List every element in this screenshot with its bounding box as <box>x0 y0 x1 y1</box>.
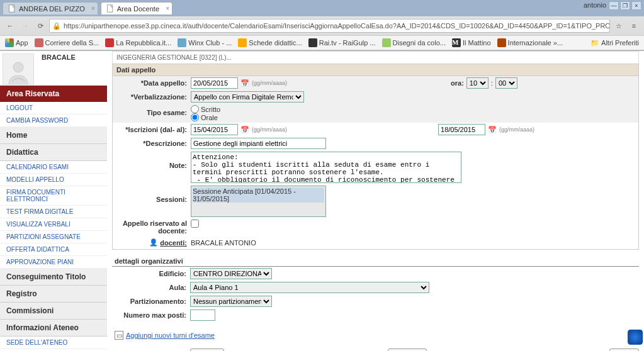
bookmark-icon <box>35 38 43 47</box>
select-ora-h[interactable]: 10 <box>466 77 489 89</box>
link-firma-documenti[interactable]: FIRMA DOCUMENTI ELETTRONICI <box>0 186 107 206</box>
sessione-option[interactable]: Sessione Anticipata [01/04/2015 - 31/05/… <box>193 187 324 203</box>
tab-2-label: Area Docente <box>117 5 159 13</box>
bookmark-other[interactable]: 📁Altri Preferiti <box>590 39 639 47</box>
label-edificio: Edificio: <box>115 270 190 277</box>
bookmark-6[interactable]: MIl Mattino <box>452 38 491 47</box>
bookmark-icon <box>382 38 391 47</box>
link-offerta-didattica[interactable]: OFFERTA DIDATTICA <box>0 243 107 256</box>
bookmark-1[interactable]: La Repubblica.it... <box>105 38 171 47</box>
input-max-posti[interactable] <box>190 309 215 321</box>
input-iscrizioni-dal[interactable] <box>191 124 238 135</box>
bookmark-icon: M <box>452 38 461 47</box>
bookmark-apps[interactable]: App <box>5 38 28 47</box>
link-docenti[interactable]: docenti: <box>160 239 187 247</box>
section-dati-appello: Dati appello <box>112 64 639 76</box>
label-verbalizzazione: Verbalizzazione: <box>115 93 191 101</box>
link-modelli-appello[interactable]: MODELLI APPELLO <box>0 174 107 186</box>
bookmark-star-icon[interactable]: ☆ <box>613 20 625 32</box>
section-info-ateneo[interactable]: Informazioni Ateneo <box>0 320 107 337</box>
esci-button[interactable]: Esci <box>609 348 639 351</box>
section-conseguimento[interactable]: Conseguimento Titolo <box>0 269 107 286</box>
label-note: Note: <box>115 152 191 169</box>
label-scritto: Scritto <box>201 106 220 113</box>
avatar <box>3 53 34 85</box>
calendar-icon[interactable]: 📅 <box>240 125 250 134</box>
textarea-note[interactable] <box>191 152 461 183</box>
select-ora-m[interactable]: 00 <box>495 77 517 89</box>
bookmark-icon <box>497 38 506 47</box>
label-appello-riservato: Appello riservato al docente: <box>115 220 191 235</box>
bookmark-3[interactable]: Schede didattic... <box>238 38 302 47</box>
docente-value: BRACALE ANTONIO <box>191 239 256 247</box>
bookmark-5[interactable]: Disegni da colo... <box>382 38 446 47</box>
select-partizionamento[interactable]: Nessun partizionamento <box>190 296 272 307</box>
bookmark-icon <box>105 38 114 47</box>
area-riservata-header: Area Riservata <box>0 86 107 102</box>
link-logout[interactable]: LOGOUT <box>0 102 107 114</box>
address-bar[interactable]: 🔒 https://uniparthenope.esse3.pp.cineca.… <box>49 19 610 33</box>
calendar-icon[interactable]: 📅 <box>240 79 250 87</box>
window-close[interactable]: × <box>631 1 641 10</box>
label-iscrizioni: Iscrizioni (dal- al): <box>115 126 191 133</box>
checkbox-appello-riservato[interactable] <box>191 220 199 228</box>
window-maximize[interactable]: ❐ <box>620 1 630 10</box>
link-partizioni[interactable]: PARTIZIONI ASSEGNATE <box>0 231 107 243</box>
section-home[interactable]: Home <box>0 127 107 144</box>
label-orale: Orale <box>201 114 218 121</box>
link-aggiungi-turni[interactable]: Aggiungi nuovi turni d'esame <box>126 332 215 339</box>
hint-gg: (gg/mm/aaaa) <box>499 126 534 133</box>
reload-button[interactable]: ⟳ <box>34 20 47 32</box>
link-cambia-password[interactable]: CAMBIA PASSWORD <box>0 114 107 127</box>
input-iscrizioni-al[interactable] <box>438 124 485 135</box>
window-minimize[interactable]: — <box>609 1 619 10</box>
apps-icon <box>5 38 14 47</box>
link-approvazione-piani[interactable]: APPROVAZIONE PIANI <box>0 256 107 269</box>
docenti-icon[interactable]: 👤 <box>149 238 158 247</box>
hint-gg: (gg/mm/aaaa) <box>252 80 287 86</box>
label-descrizione: Descrizione: <box>115 140 191 147</box>
input-descrizione[interactable] <box>191 138 326 149</box>
bookmark-icon <box>308 38 317 47</box>
label-sessioni: Sessioni: <box>115 186 191 203</box>
tab-1-label: ANDREA DEL PIZZO <box>19 5 85 13</box>
link-test-firma[interactable]: TEST FIRMA DIGITALE <box>0 206 107 218</box>
bookmark-7[interactable]: Internazionale »... <box>497 38 563 47</box>
forward-button[interactable]: → <box>19 20 31 32</box>
calendar-icon[interactable]: 📅 <box>487 125 497 134</box>
label-partizionamento: Partizionamento: <box>115 298 190 305</box>
section-didattica[interactable]: Didattica <box>0 144 107 161</box>
select-verbalizzazione[interactable]: Appello con Firma Digitale Remota <box>191 91 304 103</box>
radio-scritto[interactable] <box>191 105 199 113</box>
bookmark-icon <box>238 38 247 47</box>
browser-tab-2[interactable]: Area Docente × <box>101 2 172 14</box>
chrome-menu-icon[interactable]: ≡ <box>628 20 640 32</box>
annulla-button[interactable]: Annulla <box>388 348 427 351</box>
link-calendario-esami[interactable]: CALENDARIO ESAMI <box>0 161 107 174</box>
tab-2-close-icon[interactable]: × <box>166 5 169 12</box>
link-visualizza-verbali[interactable]: VISUALIZZA VERBALI <box>0 218 107 231</box>
section-commissioni[interactable]: Commissioni <box>0 303 107 320</box>
label-ora: ora: <box>451 79 464 87</box>
add-icon[interactable]: ▭ <box>115 331 123 340</box>
input-data-appello[interactable] <box>191 77 238 89</box>
label-data-appello: Data appello: <box>115 79 191 87</box>
link-sede[interactable]: SEDE DELL'ATENEO <box>0 337 107 349</box>
section-registro[interactable]: Registro <box>0 286 107 303</box>
back-button[interactable]: ← <box>4 20 16 32</box>
user-name: BRACALE <box>37 51 81 86</box>
bookmark-2[interactable]: Winx Club - ... <box>178 38 232 47</box>
select-aula[interactable]: Aula 4 Piano 1 <box>190 282 429 293</box>
teamviewer-icon[interactable] <box>628 330 643 345</box>
radio-orale[interactable] <box>191 113 199 121</box>
salva-button[interactable]: Salva <box>190 348 224 351</box>
select-edificio[interactable]: CENTRO DIREZIONALE <box>190 268 272 279</box>
tab-1-close-icon[interactable]: × <box>91 5 95 12</box>
bookmark-0[interactable]: Corriere della S... <box>35 38 99 47</box>
bookmark-4[interactable]: Rai.tv - RaiGulp ... <box>308 38 376 47</box>
browser-tab-1[interactable]: ANDREA DEL PIZZO × <box>3 2 98 14</box>
select-sessioni[interactable]: Sessione Anticipata [01/04/2015 - 31/05/… <box>191 186 326 217</box>
label-colon: : <box>491 79 493 87</box>
hint-gg: (gg/mm/aaaa) <box>252 126 287 133</box>
section-dettagli-organizzativi: dettagli organizzativi <box>112 254 639 267</box>
